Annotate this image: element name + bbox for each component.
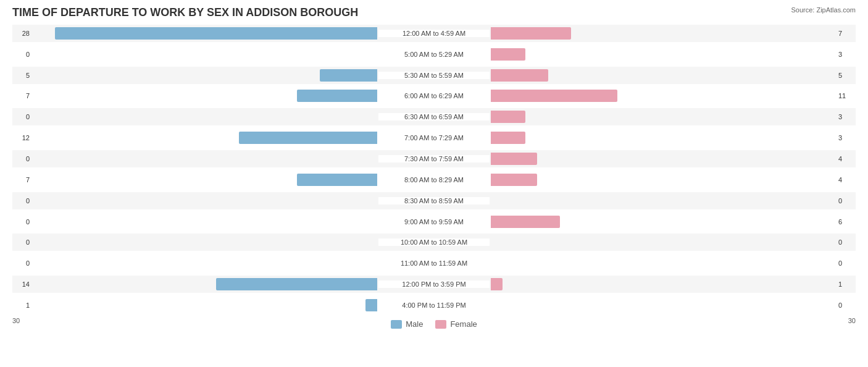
source-label: Source: ZipAtlas.com <box>791 6 856 14</box>
right-side: 11 <box>490 90 856 102</box>
female-bar <box>491 48 525 61</box>
female-bar-track <box>491 257 836 269</box>
female-bar <box>491 27 571 40</box>
male-bar-track <box>32 195 377 207</box>
male-bar <box>216 278 377 290</box>
female-value: 4 <box>838 176 856 184</box>
female-bar-track <box>491 216 836 228</box>
male-bar-track <box>32 111 377 123</box>
table-row: 12 7:00 AM to 7:29 AM 3 <box>12 129 856 146</box>
chart-container: TIME OF DEPARTURE TO WORK BY SEX IN ADDI… <box>0 0 868 367</box>
female-value: 0 <box>838 302 856 309</box>
time-label: 4:00 PM to 11:59 PM <box>378 302 490 309</box>
female-bar <box>491 278 503 290</box>
right-side: 4 <box>490 174 856 186</box>
male-bar <box>55 27 377 40</box>
left-side: 0 <box>12 153 378 165</box>
time-label: 5:30 AM to 5:59 AM <box>378 72 490 79</box>
female-bar-track <box>491 236 836 248</box>
female-value: 1 <box>838 281 856 288</box>
left-side: 1 <box>12 299 378 311</box>
female-bar-track <box>491 174 836 186</box>
female-bar <box>491 111 525 123</box>
male-value: 0 <box>12 51 30 58</box>
left-side: 0 <box>12 216 378 228</box>
male-bar-track <box>32 153 377 165</box>
left-side: 0 <box>12 48 378 61</box>
time-label: 9:00 AM to 9:59 AM <box>378 218 490 226</box>
chart-area: 28 12:00 AM to 4:59 AM 7 0 5:00 AM to 5:… <box>12 23 856 316</box>
male-bar-track <box>32 278 377 290</box>
table-row: 1 4:00 PM to 11:59 PM 0 <box>12 297 856 314</box>
female-value: 7 <box>838 30 856 37</box>
right-side: 4 <box>490 153 856 165</box>
female-bar <box>491 216 560 228</box>
male-value: 1 <box>12 302 30 309</box>
female-bar-track <box>491 299 836 311</box>
male-value: 7 <box>12 92 30 99</box>
male-value: 7 <box>12 176 30 184</box>
male-bar-track <box>32 48 377 61</box>
female-legend-box <box>435 320 446 329</box>
right-side: 0 <box>490 236 856 248</box>
left-side: 0 <box>12 236 378 248</box>
female-bar-track <box>491 153 836 165</box>
male-bar-track <box>32 132 377 144</box>
male-bar-track <box>32 216 377 228</box>
female-bar <box>491 132 525 144</box>
male-value: 28 <box>12 30 30 37</box>
left-side: 12 <box>12 132 378 144</box>
female-legend-label: Female <box>450 319 477 329</box>
male-value: 0 <box>12 197 30 205</box>
male-value: 0 <box>12 155 30 162</box>
table-row: 0 5:00 AM to 5:29 AM 3 <box>12 46 856 63</box>
right-side: 3 <box>490 132 856 144</box>
bottom-axis: 30 Male Female 30 <box>12 317 856 329</box>
female-value: 3 <box>838 113 856 120</box>
male-bar-track <box>32 257 377 269</box>
female-value: 4 <box>838 155 856 162</box>
right-side: 6 <box>490 216 856 228</box>
time-label: 5:00 AM to 5:29 AM <box>378 51 490 58</box>
female-value: 3 <box>838 51 856 58</box>
right-side: 0 <box>490 195 856 207</box>
female-bar-track <box>491 27 836 40</box>
male-bar <box>297 90 377 102</box>
female-bar-track <box>491 132 836 144</box>
female-bar <box>491 153 537 165</box>
left-side: 14 <box>12 278 378 290</box>
female-bar-track <box>491 90 836 102</box>
right-side: 7 <box>490 27 856 40</box>
right-side: 3 <box>490 111 856 123</box>
left-side: 0 <box>12 111 378 123</box>
right-side: 5 <box>490 69 856 82</box>
right-side: 0 <box>490 257 856 269</box>
male-value: 0 <box>12 238 30 246</box>
table-row: 14 12:00 PM to 3:59 PM 1 <box>12 276 856 293</box>
female-value: 3 <box>838 134 856 141</box>
male-value: 0 <box>12 113 30 120</box>
table-row: 0 6:30 AM to 6:59 AM 3 <box>12 108 856 125</box>
table-row: 0 7:30 AM to 7:59 AM 4 <box>12 150 856 167</box>
female-value: 0 <box>838 259 856 267</box>
time-label: 8:00 AM to 8:29 AM <box>378 176 490 184</box>
table-row: 5 5:30 AM to 5:59 AM 5 <box>12 67 856 84</box>
male-bar <box>297 174 377 186</box>
female-value: 0 <box>838 197 856 205</box>
time-label: 6:00 AM to 6:29 AM <box>378 92 490 99</box>
female-bar-track <box>491 48 836 61</box>
female-bar-track <box>491 195 836 207</box>
male-bar-track <box>32 69 377 82</box>
left-side: 0 <box>12 257 378 269</box>
right-side: 1 <box>490 278 856 290</box>
table-row: 28 12:00 AM to 4:59 AM 7 <box>12 25 856 42</box>
female-value: 6 <box>838 218 856 226</box>
left-side: 28 <box>12 27 378 40</box>
table-row: 0 9:00 AM to 9:59 AM 6 <box>12 213 856 230</box>
left-side: 5 <box>12 69 378 82</box>
table-row: 0 10:00 AM to 10:59 AM 0 <box>12 234 856 251</box>
female-bar <box>491 69 548 82</box>
male-value: 5 <box>12 72 30 79</box>
male-bar-track <box>32 174 377 186</box>
legend-female: Female <box>435 319 477 329</box>
